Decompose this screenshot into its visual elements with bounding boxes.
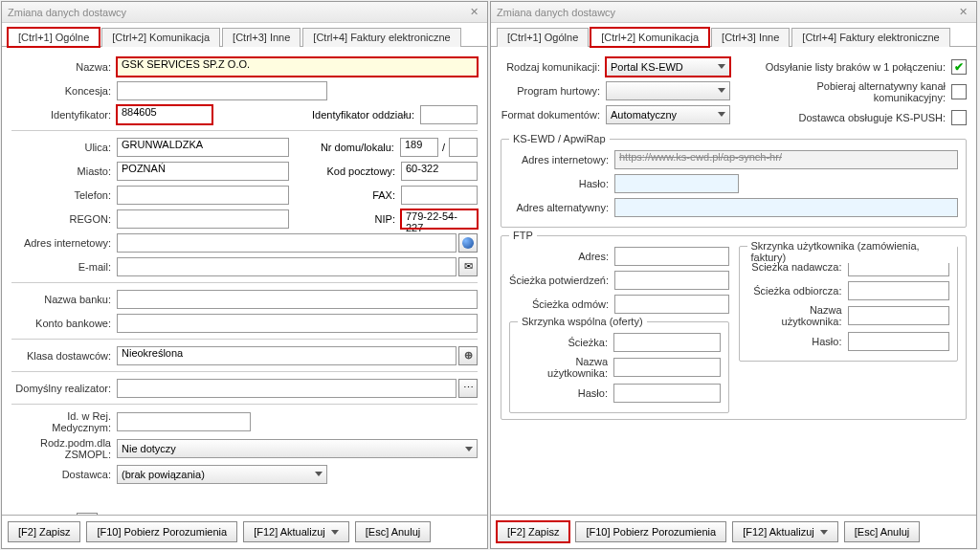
email-button[interactable]: ✉ bbox=[458, 257, 478, 276]
tab-faktury[interactable]: [Ctrl+4] Faktury elektroniczne bbox=[302, 28, 460, 47]
chevron-down-icon bbox=[718, 88, 725, 93]
input-kod[interactable]: 60-322 bbox=[401, 162, 478, 181]
group-offers: Skrzynka wspólna (oferty) Ścieżka: Nazwa… bbox=[509, 321, 729, 413]
label-nazwauz2: Nazwa użytkownika: bbox=[747, 304, 848, 327]
bottom-bar-left: [F2] Zapisz [F10] Pobierz Porozumienia [… bbox=[2, 515, 487, 548]
input-adresint[interactable] bbox=[117, 233, 457, 253]
input-nip[interactable]: 779-22-54-227 bbox=[401, 209, 478, 229]
label-nrdomu: Nr domu/lokalu: bbox=[289, 142, 400, 153]
label-pobalt: Pobieraj alternatywny kanał komunikacyjn… bbox=[746, 80, 951, 103]
input-lokal[interactable] bbox=[449, 138, 478, 157]
pobierz-button[interactable]: [F10] Pobierz Porozumienia bbox=[575, 521, 726, 542]
tab-komunikacja[interactable]: [Ctrl+2] Komunikacja bbox=[101, 28, 220, 47]
input-ulica[interactable]: GRUNWALDZKA bbox=[117, 138, 289, 157]
label-rodzkom: Rodzaj komunikacji: bbox=[501, 61, 606, 73]
chevron-down-icon bbox=[465, 447, 473, 451]
label-odsy: Odsyłanie listy braków w 1 połączeniu: bbox=[746, 61, 951, 73]
input-adresint2[interactable]: https://www.ks-ewd.pl/ap-synch-hr/ bbox=[614, 150, 958, 169]
label-kspush: Dostawca obsługuje KS-PUSH: bbox=[746, 112, 951, 123]
input-regon[interactable] bbox=[117, 209, 289, 229]
tab-inne[interactable]: [Ctrl+3] Inne bbox=[222, 28, 301, 47]
select-dostawca[interactable]: (brak powiązania) bbox=[117, 465, 327, 484]
select-proghurt[interactable] bbox=[606, 81, 730, 100]
label-telefon: Telefon: bbox=[11, 189, 117, 201]
group-ftp: FTP Adres: Ścieżka potwierdzeń: Ścieżka … bbox=[501, 235, 967, 420]
input-haslo[interactable] bbox=[614, 174, 739, 193]
label-idrej: Id. w Rej. Medycznym: bbox=[11, 410, 117, 433]
aktual-button[interactable]: [F12] Aktualizuj bbox=[243, 521, 349, 542]
input-nazwauz[interactable] bbox=[613, 358, 721, 377]
ellipsis-icon: ⋯ bbox=[463, 382, 474, 394]
input-ftp-adres[interactable] bbox=[614, 247, 729, 266]
content-komunikacja: Rodzaj komunikacji: Portal KS-EWD Progra… bbox=[491, 47, 976, 515]
input-nazwa[interactable]: GSK SERVICES SP.Z O.O. bbox=[117, 57, 478, 77]
input-koncesja[interactable] bbox=[117, 81, 327, 100]
input-bank[interactable] bbox=[117, 290, 478, 309]
window-title: Zmiana danych dostawcy bbox=[497, 7, 615, 18]
label-konto: Konto bankowe: bbox=[11, 318, 117, 329]
label-regon: REGON: bbox=[11, 213, 117, 225]
check-icon: ✔ bbox=[954, 60, 964, 74]
save-button[interactable]: [F2] Zapisz bbox=[8, 521, 80, 542]
plus-icon: ⊕ bbox=[464, 349, 473, 362]
input-klasa[interactable]: Nieokreślona bbox=[117, 346, 457, 365]
pobierz-button[interactable]: [F10] Pobierz Porozumienia bbox=[86, 521, 237, 542]
label-haslo: Hasło: bbox=[509, 178, 614, 189]
globe-button[interactable] bbox=[458, 233, 478, 253]
input-scpot[interactable] bbox=[614, 271, 729, 290]
input-haslo3[interactable] bbox=[848, 332, 950, 351]
input-scodb[interactable] bbox=[848, 281, 950, 300]
input-email[interactable] bbox=[117, 257, 457, 276]
tab-komunikacja[interactable]: [Ctrl+2] Komunikacja bbox=[590, 28, 709, 47]
input-sciezka[interactable] bbox=[613, 333, 721, 352]
tab-bar: [Ctrl+1] Ogólne [Ctrl+2] Komunikacja [Ct… bbox=[491, 23, 976, 47]
input-telefon[interactable] bbox=[117, 186, 289, 205]
close-icon[interactable]: ✕ bbox=[955, 5, 970, 20]
checkbox-pobalt[interactable] bbox=[951, 84, 967, 99]
label-nazwa: Nazwa: bbox=[11, 61, 117, 73]
input-ident[interactable]: 884605 bbox=[117, 105, 212, 124]
input-scodm[interactable] bbox=[614, 295, 729, 314]
group-title-ksewd: KS-EWD / ApwiRap bbox=[509, 133, 610, 144]
checkbox-kspush[interactable] bbox=[951, 110, 967, 125]
group-title-userbox: Skrzynka użytkownika (zamówienia, faktur… bbox=[747, 240, 958, 263]
input-fax[interactable] bbox=[401, 186, 478, 205]
input-domreal[interactable] bbox=[117, 379, 457, 398]
close-icon[interactable]: ✕ bbox=[466, 5, 481, 20]
select-formatdok[interactable]: Automatyczny bbox=[606, 105, 730, 124]
input-idrej[interactable] bbox=[117, 412, 251, 431]
title-bar: Zmiana danych dostawcy ✕ bbox=[491, 2, 976, 23]
input-konto[interactable] bbox=[117, 314, 478, 333]
label-scodm: Ścieżka odmów: bbox=[509, 298, 614, 310]
label-identodd: Identyfikator oddziału: bbox=[212, 109, 420, 121]
label-ident: Identyfikator: bbox=[11, 109, 117, 121]
input-nazwauz2[interactable] bbox=[848, 306, 950, 325]
tab-inne[interactable]: [Ctrl+3] Inne bbox=[711, 28, 790, 47]
domreal-button[interactable]: ⋯ bbox=[458, 379, 478, 398]
input-identodd[interactable] bbox=[420, 105, 478, 124]
label-dostawca: Dostawca: bbox=[11, 469, 117, 480]
label-fax: FAX: bbox=[289, 189, 401, 201]
bottom-bar-right: [F2] Zapisz [F10] Pobierz Porozumienia [… bbox=[491, 515, 976, 548]
tab-faktury[interactable]: [Ctrl+4] Faktury elektroniczne bbox=[791, 28, 949, 47]
label-email: E-mail: bbox=[11, 261, 117, 273]
input-miasto[interactable]: POZNAŃ bbox=[117, 162, 289, 181]
input-adresalt[interactable] bbox=[614, 198, 958, 217]
checkbox-odsy[interactable]: ✔ bbox=[951, 59, 967, 75]
input-haslo2[interactable] bbox=[613, 384, 721, 403]
label-miasto: Miasto: bbox=[11, 165, 117, 177]
select-rodzkom[interactable]: Portal KS-EWD bbox=[606, 57, 730, 77]
label-adresalt: Adres alternatywny: bbox=[509, 202, 614, 213]
select-rodzpodm[interactable]: Nie dotyczy bbox=[117, 439, 478, 458]
anuluj-button[interactable]: [Esc] Anuluj bbox=[844, 521, 920, 542]
anuluj-button[interactable]: [Esc] Anuluj bbox=[355, 521, 431, 542]
label-adresint2: Adres internetowy: bbox=[509, 154, 614, 165]
input-nrdomu[interactable]: 189 bbox=[400, 138, 438, 157]
label-adres: Adres: bbox=[509, 251, 614, 262]
tab-ogolne[interactable]: [Ctrl+1] Ogólne bbox=[8, 28, 100, 47]
klasa-add-button[interactable]: ⊕ bbox=[458, 346, 478, 365]
save-button[interactable]: [F2] Zapisz bbox=[497, 521, 569, 542]
tab-ogolne[interactable]: [Ctrl+1] Ogólne bbox=[497, 28, 589, 47]
aktual-button[interactable]: [F12] Aktualizuj bbox=[732, 521, 838, 542]
label-klasa: Klasa dostawców: bbox=[11, 350, 117, 362]
